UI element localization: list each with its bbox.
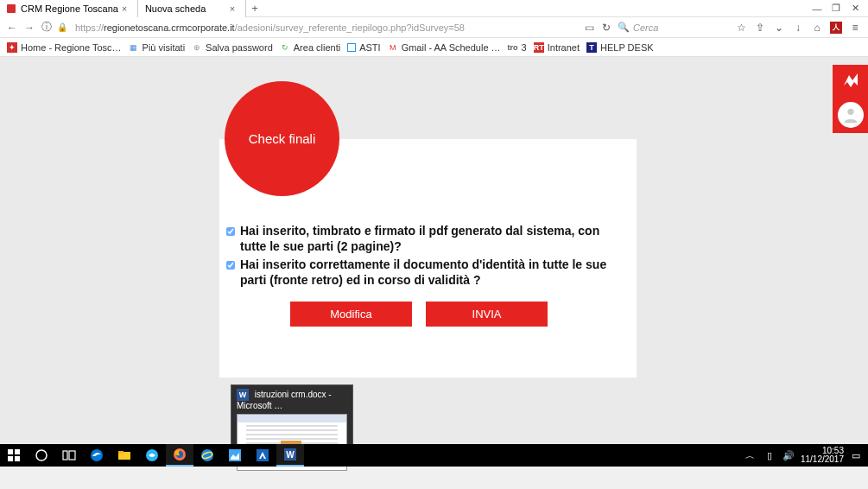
misc-app-icon[interactable] [221, 444, 249, 467]
rt-icon: RT [534, 42, 544, 53]
avatar-icon [838, 102, 864, 128]
pdf-icon[interactable]: 人 [828, 21, 844, 35]
square-icon [347, 43, 356, 52]
action-center-icon[interactable]: ▭ [849, 450, 863, 461]
start-button[interactable] [0, 444, 28, 467]
url-bar: ← → ⓘ 🔒 https://regionetoscana.crmcorpor… [0, 17, 868, 38]
check1-label: Hai inserito, timbrato e firmato il pdf … [240, 224, 615, 254]
tre-icon: tro [508, 42, 518, 53]
svg-rect-3 [8, 456, 13, 461]
share-icon[interactable]: ⇪ [752, 21, 768, 35]
tray-volume-icon[interactable]: 🔊 [782, 450, 795, 461]
task-preview-title: istruzioni crm.docx - Microsoft … [237, 390, 332, 410]
action-buttons: Modifica INVIA [290, 302, 548, 327]
downloads-icon[interactable]: ↓ [790, 21, 806, 35]
bookmarks-bar: ✦ Home - Regione Tosc… ▦ Più visitati ⊕ … [0, 38, 868, 57]
tab-title: CRM Regione Toscana [21, 3, 118, 14]
file-explorer-icon[interactable] [111, 444, 138, 467]
ie-icon[interactable] [193, 444, 221, 467]
clock-date: 11/12/2017 [801, 455, 844, 464]
svg-rect-2 [15, 449, 20, 454]
svg-rect-7 [69, 451, 75, 460]
adobe-icon[interactable] [249, 444, 276, 467]
firefox-icon[interactable] [166, 444, 193, 467]
search-icon: 🔍 [618, 22, 630, 33]
check-item-1: Hai inserito, timbrato e firmato il pdf … [242, 224, 615, 254]
circle-title: Check finali [249, 131, 316, 146]
menu-icon[interactable]: ≡ [847, 21, 863, 35]
info-icon[interactable]: ⓘ [40, 21, 54, 35]
modify-button[interactable]: Modifica [290, 302, 412, 327]
cortana-icon[interactable] [28, 444, 55, 467]
title-circle: Check finali [225, 81, 339, 196]
svg-rect-6 [63, 451, 67, 460]
reader-mode-icon[interactable]: ▭ [581, 21, 597, 35]
send-button[interactable]: INVIA [426, 302, 548, 327]
system-tray: ︿ ▯ 🔊 10:53 11/12/2017 ▭ [744, 447, 868, 464]
task-preview-header: W istruzioni crm.docx - Microsoft … [237, 389, 347, 410]
word-icon: W [237, 389, 249, 401]
tab-close-icon[interactable]: × [226, 3, 238, 14]
bookmark-helpdesk[interactable]: T HELP DESK [586, 42, 654, 53]
check2-checkbox[interactable] [226, 261, 235, 270]
word-taskbar-icon[interactable]: W [276, 444, 304, 467]
bookmark-area-clienti[interactable]: ↻ Area clienti [280, 42, 340, 53]
bookmark-most-visited[interactable]: ▦ Più visitati [129, 42, 186, 53]
check2-label: Hai inserito correttamente il documento … [240, 257, 615, 288]
bookmark-tre[interactable]: tro 3 [508, 42, 527, 53]
svg-rect-10 [118, 451, 124, 454]
refresh-icon: ↻ [280, 42, 290, 53]
home-icon[interactable]: ⌂ [809, 21, 825, 35]
tray-chevron-icon[interactable]: ︿ [744, 449, 757, 462]
bookmark-icon: ✦ [7, 42, 17, 53]
svg-text:W: W [286, 450, 295, 460]
svg-point-5 [36, 450, 47, 460]
tab-favicon [7, 4, 16, 13]
window-minimize-button[interactable]: — [808, 3, 827, 14]
reload-icon[interactable]: ↻ [599, 21, 614, 35]
pocket-icon[interactable]: ⌄ [771, 21, 787, 35]
lock-icon: 🔒 [57, 22, 67, 32]
edge-icon[interactable] [83, 444, 111, 467]
url-text: https://regionetoscana.crmcorporate.it/a… [75, 22, 465, 33]
bookmark-asti[interactable]: ASTI [347, 42, 380, 53]
back-button[interactable]: ← [5, 21, 19, 35]
t-icon: T [586, 42, 597, 53]
bookmark-save-password[interactable]: ⊕ Salva password [192, 42, 273, 53]
search-box[interactable]: 🔍 Cerca [618, 22, 730, 33]
page-content: Check finali Hai inserito, timbrato e fi… [0, 57, 868, 467]
svg-point-0 [847, 109, 853, 115]
ie-alt-icon[interactable] [138, 444, 166, 467]
tab-crm[interactable]: CRM Regione Toscana × [0, 0, 138, 17]
clock[interactable]: 10:53 11/12/2017 [801, 447, 844, 464]
mail-icon: M [388, 42, 398, 53]
window-restore-button[interactable]: ❐ [827, 3, 846, 14]
tray-network-icon[interactable]: ▯ [763, 450, 776, 461]
tab-close-icon[interactable]: × [118, 3, 130, 14]
bookmark-star-icon[interactable]: ☆ [733, 21, 749, 35]
region-badge[interactable] [833, 65, 868, 133]
check1-checkbox[interactable] [226, 227, 235, 236]
pegasus-icon [840, 70, 861, 96]
checklist: Hai inserito, timbrato e firmato il pdf … [242, 224, 615, 291]
tab-title: Nuova scheda [145, 3, 206, 14]
browser-title-bar: CRM Regione Toscana × Nuova scheda × + —… [0, 0, 868, 17]
taskbar: W ︿ ▯ 🔊 10:53 11/12/2017 ▭ [0, 444, 868, 467]
search-placeholder: Cerca [633, 22, 658, 33]
window-close-button[interactable]: ✕ [846, 3, 865, 14]
globe-icon: ⊕ [192, 42, 202, 53]
grid-icon: ▦ [129, 42, 139, 53]
forward-button[interactable]: → [22, 21, 36, 35]
bookmark-intranet[interactable]: RT Intranet [534, 42, 580, 53]
new-tab-button[interactable]: + [246, 2, 263, 15]
task-view-icon[interactable] [55, 444, 83, 467]
check-item-2: Hai inserito correttamente il documento … [242, 257, 615, 288]
svg-rect-1 [8, 449, 13, 454]
svg-rect-4 [15, 456, 20, 461]
tab-new[interactable]: Nuova scheda × [138, 0, 246, 17]
svg-point-8 [91, 449, 103, 461]
url-input[interactable]: https://regionetoscana.crmcorporate.it/a… [71, 19, 578, 36]
bookmark-gmail[interactable]: M Gmail - AA Schedule … [388, 42, 501, 53]
bookmark-home[interactable]: ✦ Home - Regione Tosc… [7, 42, 122, 53]
